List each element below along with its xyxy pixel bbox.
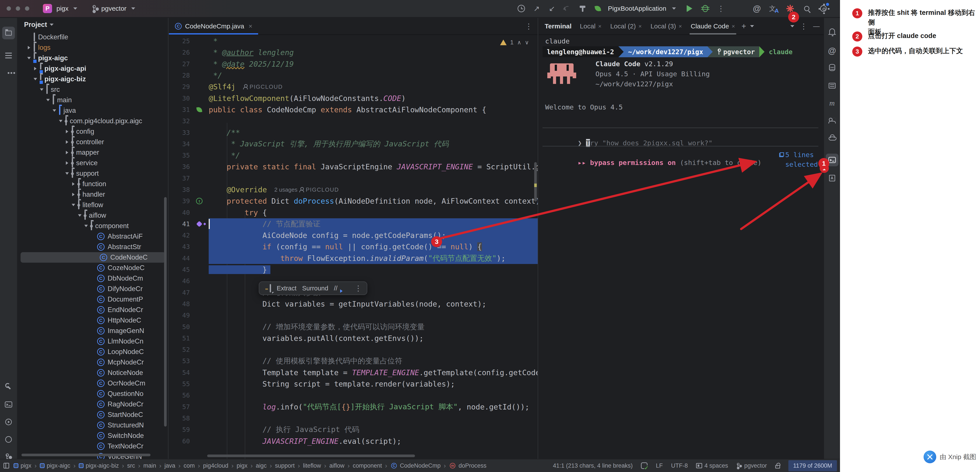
- translate-button[interactable]: 文A: [767, 2, 780, 15]
- status-git-status-ok[interactable]: [641, 462, 648, 469]
- more-kebab-button[interactable]: ⋮: [355, 284, 362, 293]
- spring-bean-icon[interactable]: [196, 107, 202, 112]
- more-kebab-button[interactable]: ⋮: [715, 2, 727, 15]
- tree-item-pigx-aigc-api[interactable]: pigx-aigc-api: [18, 63, 168, 74]
- breadcrumb-com[interactable]: com: [183, 462, 195, 469]
- ai-assistant-stripe-button[interactable]: @: [826, 44, 838, 57]
- chevron-down-icon[interactable]: [72, 204, 75, 206]
- project-widget[interactable]: pigx: [56, 5, 77, 12]
- problems-info-stripe-button[interactable]: [2, 433, 15, 446]
- terminal-stripe-button[interactable]: 1: [826, 154, 838, 166]
- tree-item-Dockerfile[interactable]: Dockerfile: [18, 32, 168, 43]
- toolbar-action-surround[interactable]: Surround: [302, 285, 328, 292]
- ai-chat-button[interactable]: [270, 285, 271, 292]
- tree-item-QuestionNo[interactable]: CQuestionNo: [18, 388, 168, 399]
- code-line-35[interactable]: 35 */: [169, 150, 538, 161]
- close-icon[interactable]: ×: [732, 23, 735, 30]
- code-line-30[interactable]: 30@LiteflowComponent(AiFlowNodeConstants…: [169, 92, 538, 104]
- terminal-options-kebab-icon[interactable]: ⋮: [800, 22, 807, 30]
- profiler-people-stripe-button[interactable]: [826, 114, 838, 127]
- code-line-60[interactable]: 60 JAVASCRIPT_ENGINE.eval(script);: [169, 435, 538, 447]
- breadcrumb-CodeNodeCmp[interactable]: CCodeNodeCmp: [390, 462, 441, 469]
- tree-item-OcrNodeCm[interactable]: COcrNodeCm: [18, 378, 168, 388]
- tree-item-main[interactable]: main: [18, 95, 168, 105]
- tree-vertical-scrollbar[interactable]: [164, 197, 167, 426]
- code-line-26[interactable]: 26 * @author lengleng: [169, 47, 538, 58]
- tools-wrench-stripe-button[interactable]: [2, 380, 15, 393]
- code-line-51[interactable]: 51 variables.putAll(context.getEnvs());: [169, 333, 538, 344]
- code-line-54[interactable]: 54 Template template = TEMPLATE_ENGINE.g…: [169, 367, 538, 378]
- tree-item-support[interactable]: support: [18, 168, 168, 179]
- search-button[interactable]: [800, 2, 813, 15]
- status-utf-8[interactable]: UTF-8: [671, 462, 688, 469]
- tree-item-controller[interactable]: controller: [18, 137, 168, 147]
- code-line-36[interactable]: 36 private static final JavaScriptEngine…: [169, 161, 538, 173]
- editor-vertical-scrollbar[interactable]: [534, 162, 537, 201]
- close-icon[interactable]: ×: [598, 23, 601, 30]
- tree-item-com.pig4cloud.pigx.aigc[interactable]: com.pig4cloud.pigx.aigc: [18, 116, 168, 126]
- tree-item-DbNodeCm[interactable]: CDbNodeCm: [18, 273, 168, 284]
- tree-item-McpNodeCr[interactable]: CMcpNodeCr: [18, 357, 168, 367]
- chevron-down-icon[interactable]: [790, 25, 794, 27]
- project-name[interactable]: pigx: [56, 5, 68, 12]
- tree-item-function[interactable]: function: [18, 179, 168, 189]
- code-line-50[interactable]: 50 // 增加环境变量参数，使代码可以访问环境变量: [169, 321, 538, 333]
- terminal-body[interactable]: claude lengleng@huawei-2 ~/work/dev1227/…: [539, 35, 824, 459]
- chevron-down-icon[interactable]: [750, 25, 754, 27]
- breadcrumb-aiflow[interactable]: aiflow: [329, 462, 344, 469]
- tree-item-DocumentP[interactable]: CDocumentP: [18, 294, 168, 305]
- tree-item-handler[interactable]: handler: [18, 189, 168, 200]
- tree-horizontal-scrollbar[interactable]: [21, 454, 151, 456]
- status-lf[interactable]: LF: [656, 462, 663, 469]
- status-1179-of-2600m[interactable]: 1179 of 2600M: [788, 460, 837, 471]
- caret-position[interactable]: 41:1 (213 chars, 4 line breaks): [553, 462, 633, 469]
- code-line-31[interactable]: 31public class CodeNodeCmp extends Abstr…: [169, 104, 538, 116]
- breadcrumb-pigx[interactable]: pigx: [237, 462, 248, 469]
- tree-item-AbstractStr[interactable]: CAbstractStr: [18, 242, 168, 252]
- window-controls[interactable]: [6, 6, 29, 11]
- code-line-29[interactable]: 29@Slf4jPIGCLOUD: [169, 81, 538, 92]
- code-line-39[interactable]: 39↑ protected Dict doProcess(AiNodeDefin…: [169, 195, 538, 207]
- code-line-32[interactable]: 32: [169, 116, 538, 127]
- chevron-right-icon[interactable]: [66, 151, 68, 154]
- tree-item-logs[interactable]: logs: [18, 43, 168, 53]
- tree-item-StructuredN[interactable]: CStructuredN: [18, 420, 168, 431]
- chevron-right-icon[interactable]: [66, 130, 68, 133]
- settings-button[interactable]: [817, 2, 829, 15]
- code-line-28[interactable]: 28 */: [169, 70, 538, 81]
- tree-item-EndNodeCr[interactable]: CEndNodeCr: [18, 305, 168, 315]
- tree-item-NoticeNode[interactable]: CNoticeNode: [18, 367, 168, 378]
- code-line-43[interactable]: 43 if (config == null || config.getCode(…: [169, 241, 538, 252]
- breadcrumb-pigx-aigc[interactable]: pigx-aigc: [40, 462, 70, 469]
- tree-item-java[interactable]: java: [18, 105, 168, 116]
- tree-item-DifyNodeCr[interactable]: CDifyNodeCr: [18, 284, 168, 294]
- code-line-55[interactable]: 55 String script = template.render(varia…: [169, 378, 538, 390]
- arrow-down-left-button[interactable]: ↙: [546, 2, 558, 15]
- breadcrumb-aigc[interactable]: aigc: [256, 462, 267, 469]
- documentation-stripe-button[interactable]: A: [826, 172, 838, 184]
- breadcrumb-java[interactable]: java: [164, 462, 175, 469]
- tree-item-pigx-aigc-biz[interactable]: pigx-aigc-biz: [18, 74, 168, 84]
- breadcrumb-main[interactable]: main: [143, 462, 156, 469]
- terminal-tab-local[interactable]: Local×: [576, 18, 606, 35]
- tree-item-AbstractAiF[interactable]: CAbstractAiF: [18, 231, 168, 242]
- code-line-33[interactable]: 33 /**: [169, 127, 538, 138]
- close-icon[interactable]: ×: [638, 23, 641, 30]
- status-lock-open[interactable]: [775, 463, 780, 469]
- tree-item-CozeNodeC[interactable]: CCozeNodeC: [18, 263, 168, 273]
- close-button[interactable]: [6, 6, 11, 11]
- close-icon[interactable]: ×: [248, 22, 253, 30]
- tab-options-kebab-icon[interactable]: ⋮: [525, 22, 533, 30]
- code-line-58[interactable]: 58: [169, 413, 538, 424]
- code-line-48[interactable]: 48 Dict variables = getInputVariables(no…: [169, 298, 538, 310]
- tree-item-component[interactable]: component: [18, 221, 168, 231]
- services-stripe-button[interactable]: [2, 416, 15, 428]
- chevron-down-icon[interactable]: [34, 78, 37, 81]
- code-line-59[interactable]: 59 // 执行 JavaScript 代码: [169, 424, 538, 435]
- code-line-57[interactable]: 57 log.info("代码节点[{}]开始执行 JavaScript 脚本"…: [169, 401, 538, 413]
- new-terminal-plus-icon[interactable]: +: [741, 22, 746, 31]
- tree-item-aiflow[interactable]: aiflow: [18, 210, 168, 221]
- minimize-panel-icon[interactable]: —: [813, 22, 820, 30]
- chevron-down-icon[interactable]: [65, 173, 69, 175]
- build-hammer-button[interactable]: [576, 2, 589, 15]
